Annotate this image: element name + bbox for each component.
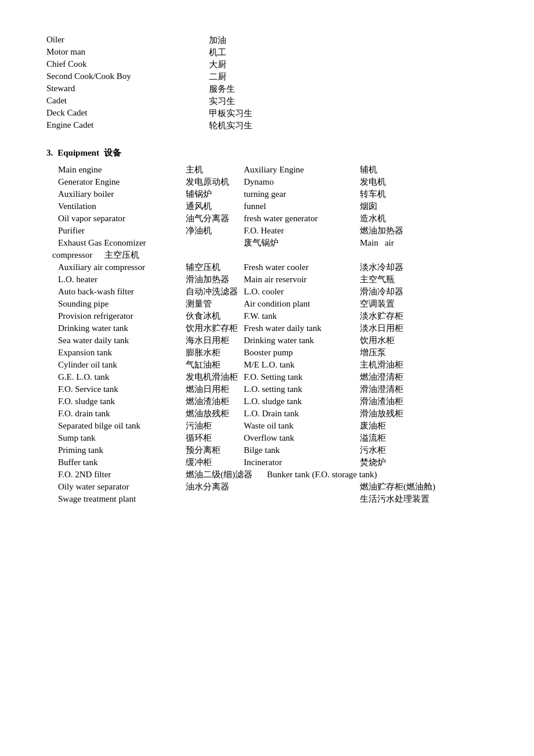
equip-zh2: 滑油渣油柜 — [360, 396, 403, 407]
equip-zh2: 主机滑油柜 — [360, 359, 403, 370]
equip-zh2: 饮用水柜 — [360, 335, 395, 346]
crew-zh: 甲板实习生 — [209, 108, 325, 119]
equip-row: Buffer tank缓冲柜Incinerator焚烧炉 — [58, 457, 488, 468]
equip-en2: L.O. Drain tank — [244, 409, 360, 419]
equip-en: Oil vapor separator — [58, 214, 186, 224]
equip-en: Ventilation — [58, 201, 186, 211]
crew-row: Cadet实习生 — [46, 96, 488, 107]
equip-zh2: 淡水冷却器 — [360, 262, 403, 273]
crew-en: Second Cook/Cook Boy — [46, 71, 209, 82]
equip-en2: Overflow tank — [244, 433, 360, 443]
equip-zh2: Main air — [360, 238, 406, 248]
equip-row: F.O. sludge tank燃油渣油柜L.O. sludge tank滑油渣… — [58, 396, 488, 407]
equip-row: F.O. Service tank燃油日用柜L.O. setting tank滑… — [58, 384, 488, 395]
equip-zh: 辅锅炉 — [186, 189, 244, 200]
equip-en2: turning gear — [244, 189, 360, 199]
equip-en: Swage treatment plant — [58, 494, 186, 504]
section-number: 3. — [46, 148, 53, 158]
equip-zh2: 生活污水处理装置 — [360, 494, 430, 505]
equip-en2: F.O. Setting tank — [244, 372, 360, 382]
equip-row: L.O. heater滑油加热器Main air reservoir主空气瓶 — [58, 274, 488, 285]
equip-zh2: 增压泵 — [360, 347, 386, 358]
equip-en2: 废气锅炉 — [244, 237, 360, 249]
equip-row: G.E. L.O. tank发电机滑油柜F.O. Setting tank燃油澄… — [58, 372, 488, 383]
equip-en2: L.O. sludge tank — [244, 397, 360, 406]
equip-row: Priming tank预分离柜Bilge tank污水柜 — [58, 445, 488, 456]
section-header: 3. Equipment 设备 — [46, 147, 488, 159]
equip-en: Main engine — [58, 165, 186, 175]
equip-zh2: 焚烧炉 — [360, 457, 386, 468]
equip-zh: 污油柜 — [186, 420, 244, 431]
equip-en: Purifier — [58, 226, 186, 236]
equip-en2: Waste oil tank — [244, 421, 360, 431]
equip-row: Oily water separator油水分离器燃油贮存柜(燃油舱) — [58, 481, 488, 492]
equip-zh2: 烟囱 — [360, 201, 377, 212]
crew-row: Motor man机工 — [46, 47, 488, 58]
crew-zh: 二厨 — [209, 71, 325, 82]
equipment-grid: Main engine主机Auxiliary Engine辅机Generator… — [58, 164, 488, 505]
equip-en: Separated bilge oil tank — [58, 421, 186, 431]
equip-row: compressor主空压机 — [46, 250, 488, 261]
equip-zh2: 淡水日用柜 — [360, 323, 403, 334]
equip-zh: 循环柜 — [186, 433, 244, 444]
equip-en2: L.O. setting tank — [244, 384, 360, 394]
equip-row: Exhaust Gas Economizer废气锅炉Main air — [58, 237, 488, 249]
equip-row: Sump tank循环柜Overflow tank溢流柜 — [58, 433, 488, 444]
equip-zh: 主机 — [186, 164, 244, 175]
equip-en: Sounding pipe — [58, 299, 186, 309]
equip-en2: Air condition plant — [244, 299, 360, 309]
equip-en2: Bilge tank — [244, 445, 360, 455]
equip-row: Sea water daily tank海水日用柜Drinking water … — [58, 335, 488, 346]
equip-zh2: 燃油贮存柜(燃油舱) — [360, 481, 435, 492]
crew-zh: 服务生 — [209, 84, 325, 95]
crew-row: Steward服务生 — [46, 84, 488, 95]
equip-row: Auxiliary air compressor辅空压机Fresh water … — [58, 262, 488, 273]
equip-zh: 测量管 — [186, 298, 244, 309]
equip-en2: Dynamo — [244, 177, 360, 187]
equip-zh: 自动冲洗滤器 — [186, 286, 244, 297]
equip-zh: 通风机 — [186, 201, 244, 212]
equip-zh: 燃油渣油柜 — [186, 396, 244, 407]
crew-en: Steward — [46, 84, 209, 95]
equip-zh: 气缸油柜 — [186, 359, 244, 370]
equip-row: Provision refrigerator伙食冰机F.W. tank淡水贮存柜 — [58, 311, 488, 322]
equip-row: Purifier净油机F.O. Heater燃油加热器 — [58, 225, 488, 236]
equip-zh: 伙食冰机 — [186, 311, 244, 322]
section-title-en: Equipment — [57, 148, 99, 158]
equip-zh: 燃油放残柜 — [186, 408, 244, 419]
equip-zh2: 发电机 — [360, 177, 386, 188]
equip-zh: 油水分离器 — [186, 481, 244, 492]
equip-en2: F.W. tank — [244, 311, 360, 321]
equip-zh: 辅空压机 — [186, 262, 244, 273]
equip-en: Generator Engine — [58, 177, 186, 187]
crew-en: Engine Cadet — [46, 120, 209, 131]
crew-zh: 机工 — [209, 47, 325, 58]
equip-en2: Incinerator — [244, 458, 360, 467]
crew-en: Oiler — [46, 35, 209, 46]
equip-en: Priming tank — [58, 445, 186, 455]
equip-en2: Booster pump — [244, 348, 360, 358]
equip-en: Cylinder oil tank — [58, 360, 186, 370]
equip-row: Cylinder oil tank气缸油柜M/E L.O. tank主机滑油柜 — [58, 359, 488, 370]
equip-zh2: 辅机 — [360, 164, 377, 175]
section-title-zh: 设备 — [104, 147, 121, 159]
equip-zh-compressor: 主空压机 — [104, 250, 151, 261]
equip-zh: 预分离柜 — [186, 445, 244, 456]
equip-zh: 滑油加热器 — [186, 274, 244, 285]
crew-zh: 大厨 — [209, 59, 325, 70]
equip-en: L.O. heater — [58, 275, 186, 285]
equip-en: F.O. 2ND filter — [58, 470, 186, 480]
equip-row: Oil vapor separator油气分离器fresh water gene… — [58, 213, 488, 224]
equip-zh2: 主空气瓶 — [360, 274, 395, 285]
equip-zh2: 滑油澄清柜 — [360, 384, 403, 395]
equip-zh: 发电原动机 — [186, 177, 244, 188]
equip-zh2: 废油柜 — [360, 420, 386, 431]
equip-row: F.O. drain tank燃油放残柜L.O. Drain tank滑油放残柜 — [58, 408, 488, 419]
crew-row: Chief Cook大厨 — [46, 59, 488, 70]
equip-zh: 缓冲柜 — [186, 457, 244, 468]
equip-en2: Drinking water tank — [244, 336, 360, 345]
equip-en: Auxiliary boiler — [58, 189, 186, 199]
equip-en: Exhaust Gas Economizer — [58, 238, 186, 248]
equip-en: Sump tank — [58, 433, 186, 443]
equip-en: Provision refrigerator — [58, 311, 186, 321]
